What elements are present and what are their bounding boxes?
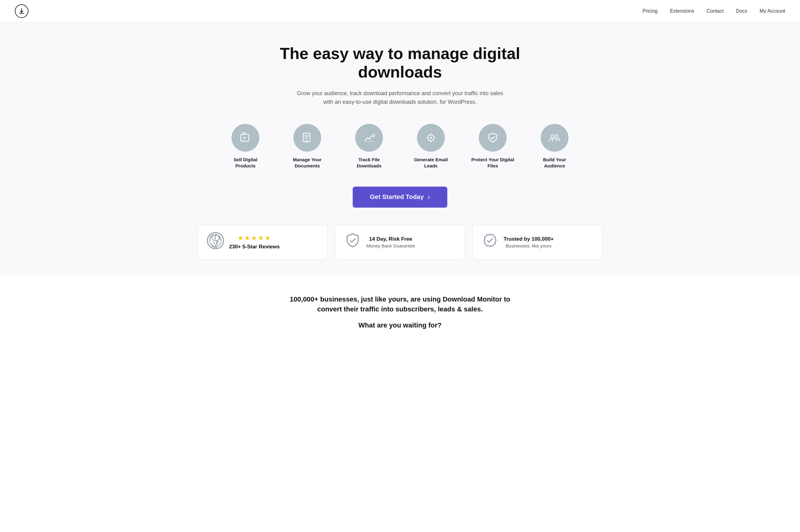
feature-email-label: Generate Email Leads (409, 157, 453, 169)
svg-point-4 (430, 137, 432, 139)
cta-section: Get Started Today › (15, 187, 785, 208)
feature-sell-digital: Sell Digital Products (215, 124, 276, 169)
feature-protect-files: Protect Your Digital Files (462, 124, 524, 169)
feature-build-audience: Build Your Audience (524, 124, 585, 169)
star-rating: ★★★★★ (229, 234, 280, 242)
verified-icon (481, 233, 499, 252)
build-audience-icon (541, 124, 569, 152)
feature-audience-label: Build Your Audience (532, 157, 577, 169)
hero-headline: The easy way to manage digital downloads (261, 44, 539, 81)
feature-track-label: Track File Downloads (347, 157, 391, 169)
svg-rect-2 (305, 140, 308, 142)
cta-arrow: › (428, 193, 430, 202)
badge-trusted: Trusted by 100,000+ Businesses, like you… (472, 225, 602, 260)
trusted-title: Trusted by 100,000+ (504, 236, 554, 243)
lower-section: 100,000+ businesses, just like yours, ar… (0, 274, 800, 340)
protect-files-icon (479, 124, 507, 152)
hero-subtext: Grow your audience, track download perfo… (295, 89, 505, 107)
feature-manage-label: Manage Your Documents (285, 157, 330, 169)
cta-label: Get Started Today (370, 193, 424, 201)
lower-main-text: 100,000+ businesses, just like yours, ar… (279, 294, 521, 314)
nav-extensions[interactable]: Extensions (670, 8, 694, 14)
badge-money-back-text: 14 Day, Risk Free Money Back Guarantee (366, 236, 415, 248)
manage-docs-icon (293, 124, 321, 152)
logo-icon (15, 4, 29, 18)
feature-manage-docs: Manage Your Documents (276, 124, 338, 169)
feature-track-downloads: Track File Downloads (338, 124, 400, 169)
nav-contact[interactable]: Contact (707, 8, 724, 14)
wordpress-icon (207, 232, 224, 252)
badge-wordpress-reviews: ★★★★★ 230+ 5-Star Reviews (198, 225, 328, 260)
money-back-sub: Money Back Guarantee (366, 243, 415, 248)
badge-review-text: ★★★★★ 230+ 5-Star Reviews (229, 234, 280, 250)
badge-money-back: 14 Day, Risk Free Money Back Guarantee (335, 225, 465, 260)
navbar: Pricing Extensions Contact Docs My Accou… (0, 0, 800, 22)
get-started-button[interactable]: Get Started Today › (353, 187, 447, 208)
trust-badges: ★★★★★ 230+ 5-Star Reviews 14 Day, Risk F… (15, 225, 785, 260)
nav-links: Pricing Extensions Contact Docs My Accou… (643, 8, 785, 14)
nav-docs[interactable]: Docs (736, 8, 747, 14)
logo[interactable] (15, 4, 29, 18)
svg-point-6 (555, 135, 558, 138)
trusted-sub: Businesses, like yours (504, 243, 554, 248)
lower-sub-text: What are you waiting for? (15, 321, 785, 329)
svg-point-5 (551, 135, 554, 138)
nav-pricing[interactable]: Pricing (643, 8, 658, 14)
features-row: Sell Digital Products Manage Your Docume… (15, 124, 785, 169)
badge-trusted-text: Trusted by 100,000+ Businesses, like you… (504, 236, 554, 248)
email-leads-icon (417, 124, 445, 152)
hero-section: The easy way to manage digital downloads… (0, 22, 800, 274)
nav-my-account[interactable]: My Account (760, 8, 785, 14)
feature-protect-label: Protect Your Digital Files (470, 157, 515, 169)
feature-email-leads: Generate Email Leads (400, 124, 462, 169)
risk-free-title: 14 Day, Risk Free (366, 236, 415, 243)
review-count: 230+ 5-Star Reviews (229, 244, 280, 250)
track-downloads-icon (355, 124, 383, 152)
feature-sell-label: Sell Digital Products (223, 157, 268, 169)
shield-icon (344, 233, 361, 252)
sell-digital-icon (231, 124, 259, 152)
